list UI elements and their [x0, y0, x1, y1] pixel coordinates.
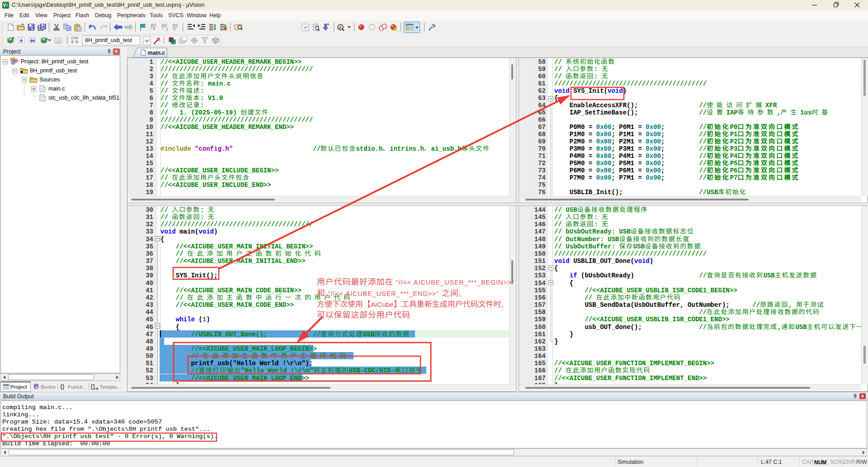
svg-text:d: d	[339, 25, 342, 30]
svg-text:LOAD: LOAD	[71, 36, 79, 39]
svg-text:?: ?	[36, 386, 38, 389]
